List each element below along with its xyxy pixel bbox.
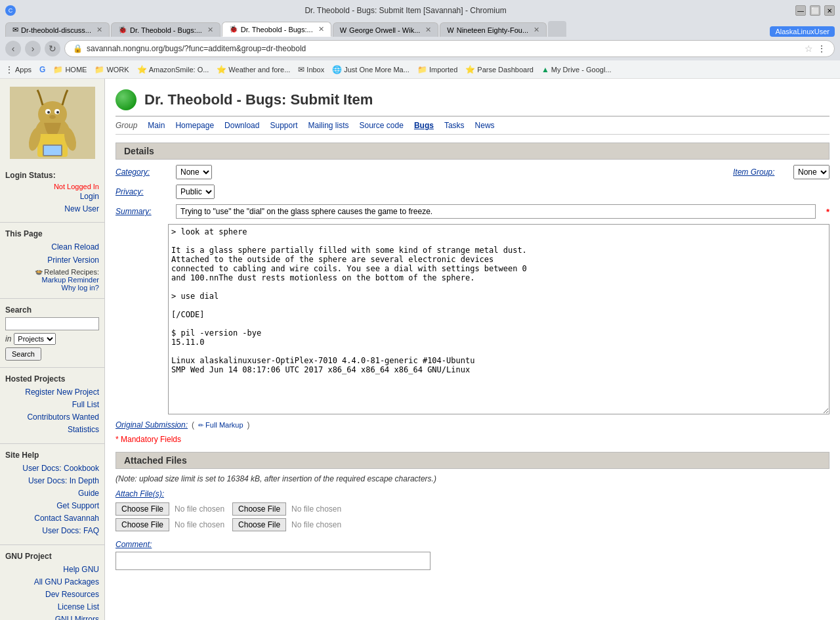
bookmark-work[interactable]: 📁 WORK: [94, 65, 129, 74]
bookmark-inbox[interactable]: ✉ Inbox: [298, 65, 324, 74]
all-gnu-packages-link[interactable]: All GNU Packages: [5, 576, 99, 588]
category-select[interactable]: None: [176, 165, 212, 179]
search-in-label: in: [5, 334, 11, 343]
related-recipes-row: 🍲 Related Recipes:: [5, 268, 99, 276]
tab-2[interactable]: 🐞 Dr. Theobold - Bugs:... ✕: [111, 22, 220, 37]
no-file-chosen-2: No file chosen: [175, 520, 224, 529]
close-btn[interactable]: ✕: [824, 5, 835, 16]
choose-file-btn-2[interactable]: Choose File: [116, 518, 169, 531]
original-submission-paren-open: (: [192, 420, 194, 430]
contact-savannah-link[interactable]: Contact Savannah: [5, 512, 99, 525]
back-btn[interactable]: ‹: [5, 41, 21, 56]
nav-mailing-lists[interactable]: Mailing lists: [303, 120, 354, 131]
bookmark-weather[interactable]: ⭐ Weather and fore...: [217, 65, 290, 74]
description-wrap: > look at sphere It is a glass sphere pa…: [168, 224, 830, 416]
bookmark-google[interactable]: G: [39, 65, 45, 74]
tab-close-3[interactable]: ✕: [318, 25, 324, 33]
nav-bugs[interactable]: Bugs: [409, 120, 439, 131]
dev-resources-link[interactable]: Dev Resources: [5, 588, 99, 601]
why-log-in-link[interactable]: Why log in?: [5, 284, 99, 292]
nav-download[interactable]: Download: [219, 120, 264, 131]
choose-file-btn-4[interactable]: Choose File: [232, 518, 286, 531]
nav-news[interactable]: News: [470, 120, 500, 131]
tab-close-5[interactable]: ✕: [534, 26, 539, 34]
privacy-row: Privacy: Public: [116, 185, 830, 199]
bookmark-apps[interactable]: ⋮ Apps: [5, 65, 32, 74]
bookmark-imported-label: Imported: [429, 66, 457, 74]
amazon-icon: ⭐: [137, 65, 147, 74]
clean-reload-link[interactable]: Clean Reload: [5, 241, 99, 254]
new-user-link[interactable]: New User: [5, 203, 99, 215]
choose-file-btn-1[interactable]: Choose File: [116, 502, 169, 516]
window-title: Dr. Theobold - Bugs: Submit Item [Savann…: [16, 6, 795, 15]
printer-version-link[interactable]: Printer Version: [5, 254, 99, 267]
summary-input[interactable]: [176, 204, 816, 219]
contributors-wanted-link[interactable]: Contributors Wanted: [5, 411, 99, 424]
license-list-link[interactable]: License List: [5, 601, 99, 613]
tab-overflow[interactable]: [548, 21, 566, 37]
user-docs-cookbook-link[interactable]: User Docs: Cookbook: [5, 462, 99, 475]
register-new-project-link[interactable]: Register New Project: [5, 386, 99, 399]
recipe-icon: 🍲: [35, 268, 43, 275]
item-group-label[interactable]: Item Group:: [733, 167, 786, 177]
maximize-btn[interactable]: ⬜: [810, 5, 820, 16]
category-label[interactable]: Category:: [116, 167, 168, 177]
item-group-select[interactable]: None: [793, 165, 830, 179]
bookmark-justone[interactable]: 🌐 Just One More Ma...: [332, 65, 410, 74]
bookmark-drive[interactable]: ▲ My Drive - Googl...: [541, 65, 612, 74]
sidebar-site-help-section: Site Help User Docs: Cookbook User Docs:…: [0, 447, 104, 542]
sidebar-login-section: Login Status: Not Logged In Login New Us…: [0, 167, 104, 219]
full-list-link[interactable]: Full List: [5, 399, 99, 411]
attach-label-row: Attach File(s):: [116, 489, 830, 498]
tab-5[interactable]: W Nineteen Eighty-Fou... ✕: [440, 22, 547, 37]
nav-main[interactable]: Main: [142, 120, 170, 131]
nav-tasks[interactable]: Tasks: [439, 120, 470, 131]
search-in-row: in Projects: [5, 333, 99, 345]
tab-3[interactable]: 🐞 Dr. Theobold - Bugs:... ✕: [222, 22, 331, 37]
choose-file-btn-3[interactable]: Choose File: [232, 502, 286, 516]
forward-btn[interactable]: ›: [25, 41, 41, 56]
user-docs-faq-link[interactable]: User Docs: FAQ: [5, 525, 99, 537]
reload-btn[interactable]: ↻: [45, 41, 60, 56]
apps-icon: ⋮: [5, 65, 13, 74]
comment-input[interactable]: [116, 552, 430, 570]
nav-homepage[interactable]: Homepage: [170, 120, 219, 131]
svg-point-7: [49, 115, 56, 119]
tab-close-4[interactable]: ✕: [425, 26, 431, 34]
bookmark-amazon[interactable]: ⭐ AmazonSmile: O...: [137, 65, 209, 74]
help-gnu-link[interactable]: Help GNU: [5, 564, 99, 576]
svg-rect-12: [44, 146, 61, 155]
search-in-select[interactable]: Projects: [14, 333, 56, 345]
user-docs-depth-link[interactable]: User Docs: In Depth Guide: [5, 475, 99, 500]
bookmark-star-icon[interactable]: ☆: [805, 43, 813, 54]
address-bar[interactable]: 🔒 savannah.nongnu.org/bugs/?func=additem…: [64, 40, 835, 57]
tab-label-4: George Orwell - Wik...: [349, 26, 420, 34]
privacy-label[interactable]: Privacy:: [116, 187, 168, 196]
nav-support[interactable]: Support: [264, 120, 303, 131]
description-textarea[interactable]: > look at sphere It is a glass sphere pa…: [168, 224, 830, 414]
bookmark-home[interactable]: 📁 HOME: [53, 65, 87, 74]
tab-4[interactable]: W George Orwell - Wik... ✕: [333, 22, 439, 37]
markup-reminder-link[interactable]: Markup Reminder: [5, 276, 99, 284]
tab-icon-1: ✉: [12, 26, 18, 34]
profile-badge[interactable]: AlaskaLinuxUser: [770, 26, 835, 37]
full-markup-link[interactable]: ✏ Full Markup: [198, 421, 243, 429]
gnu-mirrors-link[interactable]: GNU Mirrors: [5, 613, 99, 620]
mandatory-note: * Mandatory Fields: [116, 435, 830, 444]
statistics-link[interactable]: Statistics: [5, 424, 99, 436]
get-support-link[interactable]: Get Support: [5, 500, 99, 512]
tab-1[interactable]: ✉ Dr-theobold-discuss... ✕: [5, 22, 110, 37]
summary-label[interactable]: Summary:: [116, 207, 168, 216]
tab-close-2[interactable]: ✕: [207, 26, 213, 34]
nav-source-code[interactable]: Source code: [354, 120, 409, 131]
search-button[interactable]: Search: [5, 347, 41, 361]
bookmark-imported[interactable]: 📁 Imported: [417, 65, 457, 74]
more-icon[interactable]: ⋮: [817, 43, 826, 54]
privacy-select[interactable]: Public: [176, 185, 215, 199]
tab-close-1[interactable]: ✕: [96, 26, 102, 34]
minimize-btn[interactable]: —: [795, 5, 806, 16]
search-input[interactable]: [5, 317, 99, 330]
bookmark-parse[interactable]: ⭐ Parse Dashboard: [465, 65, 534, 74]
login-link[interactable]: Login: [5, 190, 99, 203]
full-markup-label: Full Markup: [205, 421, 243, 429]
